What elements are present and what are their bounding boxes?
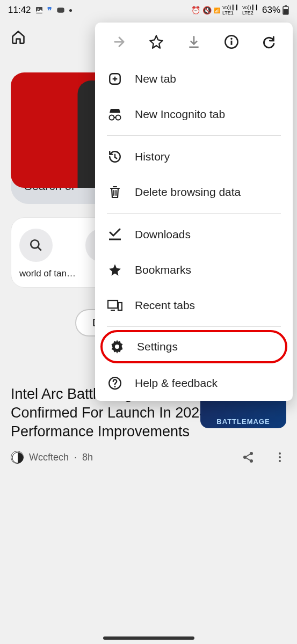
incognito-icon	[107, 106, 123, 122]
battery-text: 63%	[262, 5, 280, 16]
svg-line-12	[246, 454, 250, 457]
overflow-menu: New tab New Incognito tab History Delete…	[95, 23, 293, 401]
svg-point-1	[37, 9, 39, 10]
article-source: Wccftech · 8h	[11, 451, 93, 464]
svg-point-15	[279, 456, 281, 458]
svg-point-16	[279, 460, 281, 462]
menu-item-downloads[interactable]: Downloads	[95, 217, 293, 252]
reload-icon[interactable]	[261, 34, 276, 49]
check-underline-icon	[107, 226, 123, 243]
svg-point-34	[114, 386, 116, 387]
sim1-icon: Vo)) ▎▎LTE1	[222, 5, 240, 16]
help-icon	[107, 375, 123, 391]
home-icon[interactable]	[11, 30, 26, 45]
share-icon[interactable]	[242, 451, 255, 464]
svg-point-14	[279, 452, 281, 455]
menu-label: Help & feedback	[135, 377, 218, 390]
info-icon[interactable]	[224, 34, 239, 49]
more-icon[interactable]	[273, 451, 286, 464]
gallery-icon	[35, 6, 44, 14]
svg-rect-30	[118, 303, 122, 310]
status-left: 11:42 ❞	[8, 5, 72, 16]
menu-label: History	[135, 150, 170, 163]
svg-point-6	[31, 240, 39, 248]
menu-label: Bookmarks	[135, 264, 191, 276]
divider	[107, 135, 281, 136]
divider	[107, 213, 281, 214]
svg-rect-4	[284, 9, 288, 14]
star-filled-icon	[107, 262, 123, 278]
history-icon	[107, 149, 123, 165]
star-icon[interactable]	[149, 34, 164, 49]
svg-point-24	[110, 115, 114, 120]
alarm-icon: ⏰	[191, 6, 200, 14]
status-bar: 11:42 ❞ ⏰ 🔇 📶 Vo)) ▎▎LTE1 Vo)) ▎▎LTE2 63…	[0, 0, 297, 20]
svg-point-20	[230, 38, 233, 40]
menu-item-bookmarks[interactable]: Bookmarks	[95, 252, 293, 288]
wifi-icon: 📶	[214, 8, 220, 13]
menu-label: Settings	[137, 340, 178, 353]
menu-item-recent-tabs[interactable]: Recent tabs	[95, 288, 293, 323]
suggestion-chip[interactable]: world of tan…	[19, 229, 76, 279]
search-icon	[29, 238, 43, 252]
menu-label: Recent tabs	[135, 299, 195, 312]
menu-item-history[interactable]: History	[95, 139, 293, 174]
status-right: ⏰ 🔇 📶 Vo)) ▎▎LTE1 Vo)) ▎▎LTE2 63%	[191, 5, 289, 16]
menu-item-new-tab[interactable]: New tab	[95, 61, 293, 97]
menu-action-row	[95, 23, 293, 61]
menu-item-help[interactable]: Help & feedback	[95, 365, 293, 401]
menu-label: Delete browsing data	[135, 186, 241, 199]
svg-rect-5	[285, 5, 287, 6]
svg-point-25	[116, 115, 121, 120]
svg-line-13	[246, 458, 250, 460]
sim2-icon: Vo)) ▎▎LTE2	[242, 5, 260, 16]
more-dot	[69, 9, 72, 12]
devices-icon	[107, 297, 123, 313]
svg-point-32	[115, 345, 119, 349]
plus-square-icon	[107, 71, 123, 87]
svg-line-7	[38, 247, 41, 251]
forward-icon[interactable]	[112, 34, 127, 49]
nav-handle[interactable]	[103, 636, 194, 640]
clock: 11:42	[8, 5, 31, 16]
menu-item-settings[interactable]: Settings	[100, 330, 287, 363]
discord-icon	[56, 6, 66, 14]
suggestion-label: world of tan…	[19, 268, 76, 279]
mute-icon: 🔇	[202, 6, 212, 14]
svg-rect-2	[57, 8, 64, 12]
gear-icon	[109, 339, 125, 355]
download-icon[interactable]	[186, 34, 201, 49]
menu-label: New tab	[135, 72, 176, 85]
menu-label: Downloads	[135, 228, 191, 241]
divider	[107, 326, 281, 327]
quotes-icon: ❞	[47, 5, 52, 16]
menu-item-delete-data[interactable]: Delete browsing data	[95, 174, 293, 210]
menu-label: New Incognito tab	[135, 108, 225, 121]
source-icon	[11, 451, 24, 464]
menu-item-incognito[interactable]: New Incognito tab	[95, 97, 293, 132]
svg-rect-28	[108, 301, 118, 308]
battery-icon	[282, 5, 289, 15]
trash-icon	[107, 184, 123, 200]
